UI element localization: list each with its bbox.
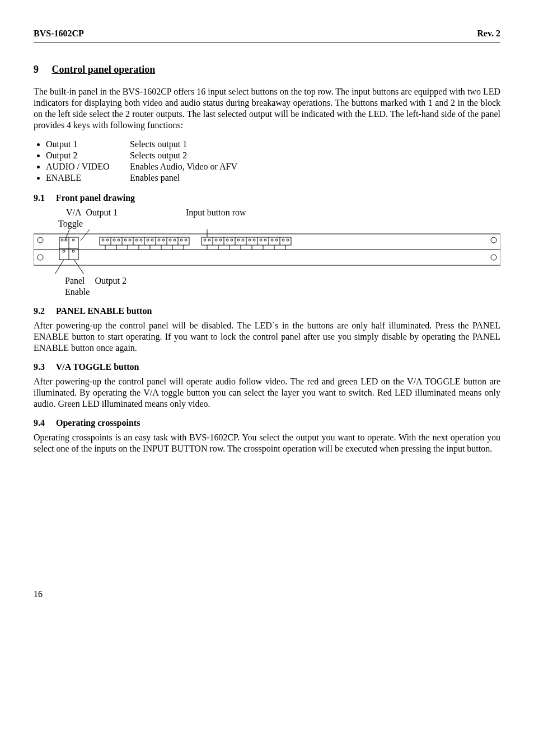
svg-point-7 — [491, 237, 496, 243]
svg-point-35 — [158, 239, 160, 241]
section-number: 9 — [34, 63, 49, 76]
item-name: Output 1 — [46, 139, 130, 150]
list-item: AUDIO / VIDEO Enables Audio, Video or AF… — [46, 161, 500, 172]
svg-point-57 — [204, 239, 206, 241]
label-input-row: Input button row — [186, 207, 246, 218]
svg-point-6 — [38, 255, 43, 260]
header-right: Rev. 2 — [477, 28, 500, 39]
page-header: BVS-1602CP Rev. 2 — [34, 28, 500, 39]
svg-point-15 — [63, 250, 65, 252]
panel-illustration — [34, 229, 500, 275]
subsection-title: Operating crosspoints — [56, 418, 140, 428]
svg-point-26 — [106, 239, 109, 241]
svg-point-64 — [242, 239, 244, 241]
header-left: BVS-1602CP — [34, 28, 84, 39]
item-desc: Selects output 1 — [130, 139, 187, 150]
svg-point-58 — [208, 239, 210, 241]
svg-point-37 — [169, 239, 171, 241]
item-name: Output 2 — [46, 150, 130, 161]
svg-point-71 — [282, 239, 284, 241]
svg-point-12 — [61, 239, 63, 241]
list-item: Output 2 Selects output 2 — [46, 150, 500, 161]
subsection-number: 9.3 — [34, 361, 54, 373]
svg-point-39 — [180, 239, 182, 241]
subsection-title: V/A TOGGLE button — [56, 362, 139, 372]
label-toggle: Toggle — [58, 218, 500, 229]
svg-point-61 — [226, 239, 228, 241]
section-9-4-heading: 9.4 Operating crosspoints — [34, 417, 500, 429]
svg-point-28 — [118, 239, 120, 241]
svg-line-81 — [55, 260, 64, 274]
diagram-top-labels: V/A Output 1 Input button row — [56, 207, 500, 218]
svg-point-59 — [215, 239, 217, 241]
svg-point-40 — [185, 239, 187, 241]
subsection-number: 9.2 — [34, 306, 54, 317]
svg-point-16 — [72, 250, 74, 252]
svg-point-65 — [249, 239, 251, 241]
subsection-title: PANEL ENABLE button — [56, 306, 152, 316]
section-9-2-body: After powering-up the control panel will… — [34, 320, 500, 354]
subsection-number: 9.4 — [34, 417, 54, 429]
item-desc: Enables panel — [130, 172, 180, 184]
svg-point-63 — [237, 239, 240, 241]
header-rule — [34, 43, 500, 43]
section-9-4-body: Operating crosspoints is an easy task wi… — [34, 432, 500, 454]
section-9-1-heading: 9.1 Front panel drawing — [34, 192, 500, 204]
svg-line-1 — [81, 229, 90, 241]
section-9-3-body: After powering-up the control panel will… — [34, 376, 500, 410]
item-name: ENABLE — [46, 172, 130, 184]
list-item: Output 1 Selects output 1 — [46, 139, 500, 150]
svg-point-38 — [174, 239, 176, 241]
item-desc: Selects output 2 — [130, 150, 187, 161]
svg-point-32 — [140, 239, 142, 241]
svg-point-30 — [129, 239, 131, 241]
svg-point-68 — [264, 239, 266, 241]
diagram-bottom-labels: Panel Output 2 Enable — [65, 275, 500, 298]
svg-point-29 — [124, 239, 127, 241]
item-desc: Enables Audio, Video or AFV — [130, 161, 237, 172]
label-output2: Output 2 — [95, 276, 127, 285]
svg-point-25 — [102, 239, 104, 241]
front-panel-diagram: V/A Output 1 Input button row Toggle — [34, 207, 500, 298]
svg-point-69 — [271, 239, 273, 241]
svg-point-67 — [260, 239, 262, 241]
svg-point-66 — [253, 239, 255, 241]
list-item: ENABLE Enables panel — [46, 172, 500, 184]
svg-point-5 — [38, 237, 43, 243]
svg-point-70 — [275, 239, 278, 241]
svg-point-14 — [72, 239, 74, 241]
svg-point-34 — [151, 239, 153, 241]
section-9-2-heading: 9.2 PANEL ENABLE button — [34, 306, 500, 317]
svg-point-31 — [135, 239, 138, 241]
label-output1: Output 1 — [86, 207, 118, 218]
svg-point-27 — [113, 239, 115, 241]
svg-point-33 — [147, 239, 149, 241]
label-panel: Panel — [65, 275, 85, 287]
section-title: Control panel operation — [52, 64, 156, 75]
label-enable: Enable — [65, 287, 500, 298]
svg-point-62 — [231, 239, 233, 241]
section-9-heading: 9 Control panel operation — [34, 63, 500, 76]
svg-point-60 — [219, 239, 222, 241]
section-9-3-heading: 9.3 V/A TOGGLE button — [34, 361, 500, 373]
label-va: V/A — [66, 207, 82, 218]
subsection-number: 9.1 — [34, 192, 54, 204]
svg-point-72 — [287, 239, 289, 241]
subsection-title: Front panel drawing — [56, 193, 135, 203]
svg-point-36 — [162, 239, 165, 241]
svg-point-8 — [491, 255, 496, 260]
function-list: Output 1 Selects output 1 Output 2 Selec… — [34, 139, 500, 184]
page-number: 16 — [34, 589, 500, 600]
section-9-intro: The built-in panel in the BVS-1602CP off… — [34, 86, 500, 131]
item-name: AUDIO / VIDEO — [46, 161, 130, 172]
svg-line-82 — [74, 260, 84, 274]
